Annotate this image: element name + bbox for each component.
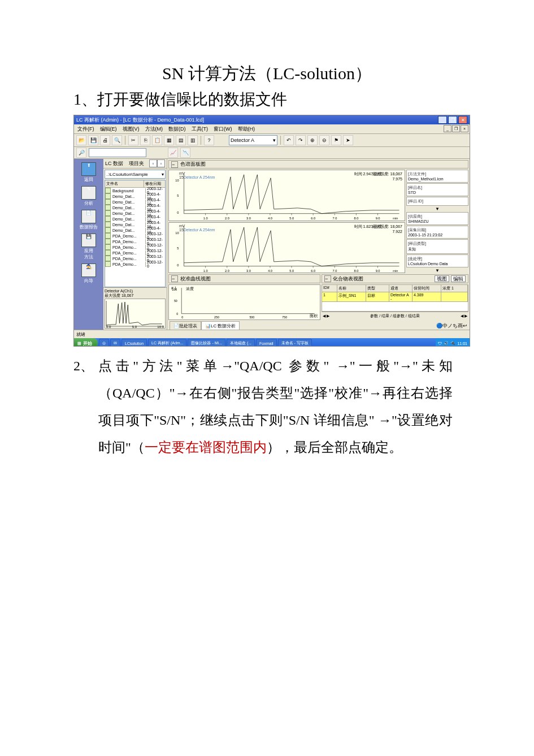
preview-icon[interactable]: 🔍: [112, 135, 122, 145]
detector-select[interactable]: Detector A▾: [229, 135, 277, 145]
tray-icon[interactable]: 🛡: [438, 342, 442, 345]
layout-icon[interactable]: ▤: [176, 135, 186, 145]
menu-item[interactable]: 数据(D): [168, 126, 186, 133]
window-titlebar: LC 再解析 (Admin) - [LC 数据分析 - Demo_Data-00…: [74, 115, 470, 124]
menu-item[interactable]: 编辑(E): [100, 126, 117, 133]
table-toggle-icon[interactable]: −: [324, 275, 331, 282]
taskbar-item[interactable]: Foxmail: [256, 339, 277, 347]
arrow-icon[interactable]: ➤: [343, 135, 353, 145]
quick-launch-icon[interactable]: ◎: [99, 339, 109, 347]
edit-button[interactable]: 编辑: [451, 275, 466, 282]
mdi-close-button[interactable]: ×: [461, 125, 468, 132]
pane-toggle-icon[interactable]: −: [171, 161, 178, 168]
svg-text:5: 5: [177, 247, 179, 250]
mdi-restore-button[interactable]: ❐: [452, 125, 460, 132]
view-button[interactable]: 视图: [435, 275, 449, 282]
menubar: 文件(F) 编辑(E) 视图(V) 方法(M) 数据(D) 工具(T) 窗口(W…: [74, 124, 470, 134]
open-icon[interactable]: 📂: [76, 135, 86, 145]
menu-item[interactable]: 窗口(W): [214, 126, 232, 133]
app-screenshot: LC 再解析 (Admin) - [LC 数据分析 - Demo_Data-00…: [73, 115, 470, 347]
explorer-tab-label[interactable]: LC 数据: [105, 160, 123, 167]
svg-text:0: 0: [177, 211, 179, 214]
thumb-title: Detector A(Ch1): [105, 289, 166, 293]
svg-text:3.0: 3.0: [246, 217, 251, 220]
grid-icon[interactable]: ▥: [188, 135, 198, 145]
menu-item[interactable]: 文件(F): [77, 126, 94, 133]
nav-apply[interactable]: 💾 应用 方法: [76, 234, 101, 260]
explorer-tab2[interactable]: 项目夹: [129, 160, 144, 167]
chart-tool2-icon[interactable]: 📉: [180, 148, 190, 158]
start-button[interactable]: ⊞ 开始: [74, 338, 98, 347]
svg-text:5.0: 5.0: [289, 217, 294, 220]
menu-item[interactable]: 工具(T): [192, 126, 209, 133]
tab-batch[interactable]: 📄 批处理表: [170, 321, 201, 330]
left-nav-bar: ⬆ 返回 ✎ 分析 📄 数据报告 💾 应用 方法 🧙 向导: [74, 159, 103, 330]
system-tray[interactable]: 🛡 🔊 🔌 11:01: [436, 338, 470, 347]
taskbar-item[interactable]: LC 再解析 (Adm...: [148, 339, 186, 347]
maximize-button[interactable]: ❐: [448, 116, 457, 124]
result-subtabs[interactable]: 参数 / 结果 / 组参数 / 组结果: [370, 313, 420, 319]
cut-icon[interactable]: ✂: [128, 135, 138, 145]
search-icon[interactable]: 🔎: [76, 148, 86, 158]
doc-title: SN 计算方法（LC-solution）: [73, 62, 461, 85]
data-explorer: LC 数据 项目夹 ▫ ▫ ..\LCsolution\Sample▾ 文件名 …: [103, 159, 167, 330]
svg-text:6.0: 6.0: [311, 217, 315, 220]
nav-wizard[interactable]: 🧙 向导: [76, 263, 101, 284]
col-filename[interactable]: 文件名: [105, 180, 144, 187]
status-text: 就绪: [76, 331, 85, 338]
svg-text:4.0: 4.0: [268, 217, 272, 220]
explorer-view-icon[interactable]: ▫: [149, 159, 157, 167]
calib-toggle-icon[interactable]: −: [171, 275, 178, 282]
svg-text:2.0: 2.0: [225, 269, 229, 272]
undo-icon[interactable]: ↶: [284, 135, 294, 145]
taskbar-item[interactable]: LCsolution: [121, 339, 147, 347]
tab-lc-analysis[interactable]: 📊 LC 数据分析: [201, 321, 240, 330]
print-icon[interactable]: 🖨: [100, 135, 110, 145]
close-button[interactable]: ✕: [458, 116, 467, 124]
chromatogram-2[interactable]: mV15Detector A 254nm 时间 1.823 强度 最大强度: 1…: [168, 222, 405, 274]
svg-text:0: 0: [181, 316, 183, 319]
file-row[interactable]: PDA_Demo...2003-12-0: [105, 261, 165, 267]
apply-method-icon: 💾: [81, 234, 96, 247]
quick-launch-icon[interactable]: ✉: [110, 339, 120, 347]
nav-analyze[interactable]: ✎ 分析: [76, 186, 101, 206]
svg-text:2.0: 2.0: [225, 217, 229, 220]
save-icon[interactable]: 💾: [88, 135, 98, 145]
zoom-in-icon[interactable]: ⊕: [307, 135, 318, 145]
taskbar-item[interactable]: 未命名 - 写字板: [278, 339, 312, 347]
menu-item[interactable]: 方法(M): [145, 126, 163, 133]
tray-icon[interactable]: 🔊: [444, 341, 449, 345]
path-field[interactable]: ..\LCsolution\Sample▾: [105, 170, 166, 179]
redo-icon[interactable]: ↷: [296, 135, 306, 145]
explorer-view2-icon[interactable]: ▫: [157, 159, 165, 167]
zoom-out-icon[interactable]: ⊖: [319, 135, 329, 145]
nav-report[interactable]: 📄 数据报告: [76, 210, 101, 230]
svg-text:500: 500: [249, 316, 254, 319]
taskbar-item[interactable]: 图像比较器 - Mi...: [188, 339, 225, 347]
copy-icon[interactable]: ⎘: [140, 135, 150, 145]
tray-icon[interactable]: 🔌: [450, 341, 455, 345]
search-input[interactable]: [89, 148, 146, 157]
calibration-chart[interactable]: 100 50 0 0 250 500 750 面积 浓度 # 1: [168, 284, 320, 320]
paste-icon[interactable]: 📋: [152, 135, 162, 145]
menu-item[interactable]: 视图(V): [123, 126, 140, 133]
mdi-minimize-button[interactable]: _: [444, 125, 451, 132]
file-list[interactable]: 文件名 修改日期 Background2003-12-0Demo_Dat...2…: [105, 180, 166, 287]
svg-text:10: 10: [175, 231, 179, 234]
chromatogram-1[interactable]: mV15Detector A 254nm 时间 2.947 强度 最大强度: 1…: [168, 170, 405, 221]
svg-text:750: 750: [282, 316, 287, 319]
help-icon[interactable]: ?: [204, 135, 214, 145]
svg-text:1.0: 1.0: [203, 269, 208, 272]
table-icon[interactable]: ▦: [164, 135, 174, 145]
flag-icon[interactable]: ⚑: [331, 135, 341, 145]
windows-taskbar: ⊞ 开始 ◎ ✉ LCsolution LC 再解析 (Adm... 图像比较器…: [74, 338, 470, 347]
chart-tool-icon[interactable]: 📈: [168, 148, 178, 158]
svg-text:7.0: 7.0: [332, 269, 337, 272]
svg-text:min: min: [393, 269, 398, 272]
nav-back[interactable]: ⬆ 返回: [76, 162, 101, 183]
taskbar-item[interactable]: 本地磁盘 (...: [227, 339, 255, 347]
compound-table-row[interactable]: 1 示例_SN1 目标 Detector A - 4.389: [322, 292, 468, 302]
menu-item[interactable]: 帮助(H): [238, 126, 255, 133]
minimize-button[interactable]: _: [438, 116, 447, 124]
ime-tray[interactable]: 🔵中ノち画↩: [436, 322, 467, 330]
